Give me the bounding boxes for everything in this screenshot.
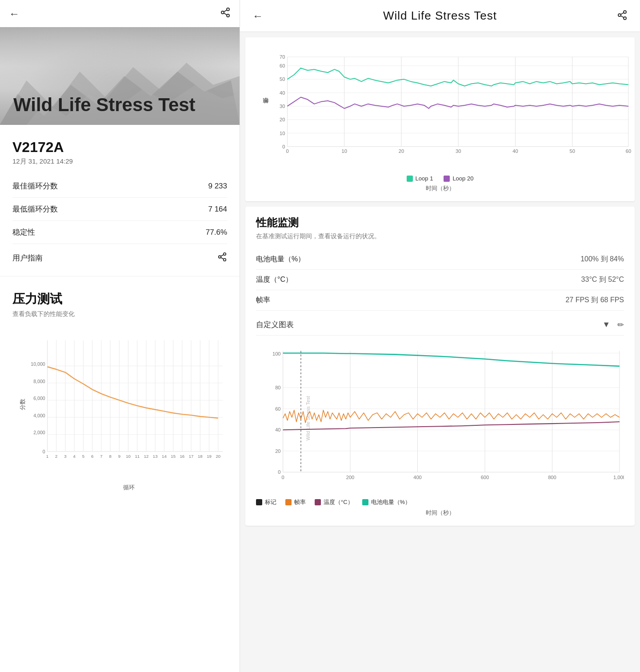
svg-text:400: 400 [413, 475, 422, 480]
custom-chart-title: 自定义图表 [256, 320, 294, 330]
custom-chart-header: 自定义图表 ▼ ✏ [256, 320, 624, 336]
left-share-button[interactable] [220, 7, 231, 20]
svg-text:50: 50 [280, 76, 285, 82]
stat-value-lowest: 7 164 [208, 205, 227, 214]
svg-line-3 [224, 13, 227, 15]
perf-row-temp: 温度（°C） 33°C 到 52°C [256, 270, 624, 290]
legend-item-loop1: Loop 1 [407, 175, 433, 182]
svg-text:80: 80 [275, 385, 280, 390]
svg-text:Wild Life Stress Test: Wild Life Stress Test [305, 396, 311, 440]
svg-text:10: 10 [280, 131, 285, 136]
user-guide-share-icon[interactable] [217, 252, 227, 264]
fps-chart-container: 帧率 0 10 20 30 40 50 60 70 [256, 46, 624, 171]
legend-dot-battery [362, 499, 368, 505]
svg-text:0: 0 [281, 475, 284, 480]
stat-row-lowest: 最低循环分数 7 164 [12, 198, 227, 221]
right-panel: ← Wild Life Stress Test 帧率 0 10 20 [240, 0, 640, 672]
svg-text:2: 2 [55, 454, 57, 459]
legend-label-marker: 标记 [265, 498, 276, 506]
perf-label-battery: 电池电量（%） [256, 255, 305, 264]
custom-chart-dropdown[interactable]: ▼ [602, 320, 610, 329]
svg-text:8: 8 [109, 454, 111, 459]
svg-text:600: 600 [481, 475, 489, 480]
left-header: ← [0, 0, 240, 27]
svg-text:200: 200 [346, 475, 355, 480]
fps-chart-svg: 0 10 20 30 40 50 60 70 [265, 46, 633, 171]
stress-section-title: 压力测试 [12, 291, 227, 308]
stat-label-stability: 稳定性 [12, 227, 35, 237]
svg-text:11: 11 [135, 454, 140, 459]
svg-line-12 [221, 255, 224, 256]
user-guide-row[interactable]: 用户指南 [12, 244, 227, 265]
legend-label-loop20: Loop 20 [452, 175, 473, 182]
legend-dot-loop20 [444, 176, 450, 182]
svg-text:20: 20 [275, 448, 280, 454]
stress-section: 压力测试 查看负载下的性能变化 分数 0 2,000 4,000 6,000 8… [0, 280, 240, 672]
stat-row-best: 最佳循环分数 9 233 [12, 175, 227, 198]
svg-text:13: 13 [153, 454, 158, 459]
perf-value-temp: 33°C 到 52°C [581, 275, 624, 284]
stress-chart-x-label: 循环 [30, 484, 227, 492]
svg-text:20: 20 [216, 454, 220, 459]
stat-row-stability: 稳定性 77.6% [12, 221, 227, 244]
svg-text:2,000: 2,000 [33, 430, 45, 435]
custom-chart-controls: ▼ ✏ [602, 320, 624, 330]
hero-title: Wild Life Stress Test [0, 85, 209, 125]
svg-text:10: 10 [126, 454, 131, 459]
user-guide-label: 用户指南 [12, 253, 43, 263]
left-back-button[interactable]: ← [9, 8, 20, 20]
svg-text:60: 60 [275, 406, 280, 412]
svg-text:17: 17 [189, 454, 194, 459]
right-title: Wild Life Stress Test [383, 9, 497, 23]
fps-chart-x-label: 时间（秒） [256, 184, 624, 192]
svg-text:9: 9 [118, 454, 120, 459]
svg-text:0: 0 [43, 449, 45, 454]
perf-label-temp: 温度（°C） [256, 275, 292, 284]
svg-text:4,000: 4,000 [33, 413, 45, 418]
svg-text:0: 0 [282, 144, 285, 149]
svg-text:100: 100 [272, 351, 281, 356]
svg-text:14: 14 [162, 454, 167, 459]
svg-text:60: 60 [280, 63, 285, 68]
perf-subtitle: 在基准测试运行期间，查看设备运行的状况。 [256, 232, 624, 240]
svg-text:18: 18 [198, 454, 203, 459]
hero-section: Wild Life Stress Test [0, 27, 240, 125]
legend-label-loop1: Loop 1 [416, 175, 433, 182]
svg-text:10: 10 [342, 148, 347, 154]
right-back-button[interactable]: ← [252, 10, 263, 22]
stress-chart-y-label: 分数 [19, 399, 27, 410]
svg-text:40: 40 [512, 148, 518, 154]
fps-chart-card: 帧率 0 10 20 30 40 50 60 70 [245, 37, 635, 201]
legend-label-temperature: 温度（°C） [324, 498, 353, 506]
svg-text:1,000: 1,000 [613, 475, 624, 480]
svg-text:15: 15 [171, 454, 176, 459]
svg-line-69 [621, 12, 624, 14]
svg-line-11 [221, 257, 224, 259]
right-share-button[interactable] [617, 10, 628, 22]
svg-text:20: 20 [399, 148, 404, 154]
stat-value-best: 9 233 [208, 182, 227, 191]
perf-value-battery: 100% 到 84% [580, 255, 624, 264]
stress-chart: 分数 0 2,000 4,000 6,000 8,000 10,000 [12, 329, 227, 480]
svg-text:4: 4 [73, 454, 76, 459]
svg-text:0: 0 [286, 148, 288, 154]
perf-title: 性能监测 [256, 216, 624, 230]
svg-text:20: 20 [280, 117, 285, 122]
perf-row-fps: 帧率 27 FPS 到 68 FPS [256, 290, 624, 311]
left-panel: ← Wild Life Stress Test V2172A 12月 31, 2… [0, 0, 240, 672]
perf-value-fps: 27 FPS 到 68 FPS [565, 296, 624, 305]
svg-text:8,000: 8,000 [33, 379, 45, 384]
svg-text:12: 12 [144, 454, 149, 459]
svg-text:6: 6 [91, 454, 93, 459]
performance-card: 性能监测 在基准测试运行期间，查看设备运行的状况。 电池电量（%） 100% 到… [245, 207, 635, 526]
legend-dot-framerate [285, 499, 292, 505]
legend-label-battery: 电池电量（%） [371, 498, 411, 506]
svg-text:30: 30 [280, 104, 285, 109]
svg-text:40: 40 [280, 90, 285, 96]
date-label: 12月 31, 2021 14:29 [12, 157, 227, 166]
custom-chart-edit[interactable]: ✏ [617, 320, 624, 330]
svg-text:6,000: 6,000 [33, 396, 45, 401]
legend-item-loop20: Loop 20 [444, 175, 473, 182]
right-content: 帧率 0 10 20 30 40 50 60 70 [240, 32, 640, 672]
svg-line-4 [224, 10, 227, 12]
